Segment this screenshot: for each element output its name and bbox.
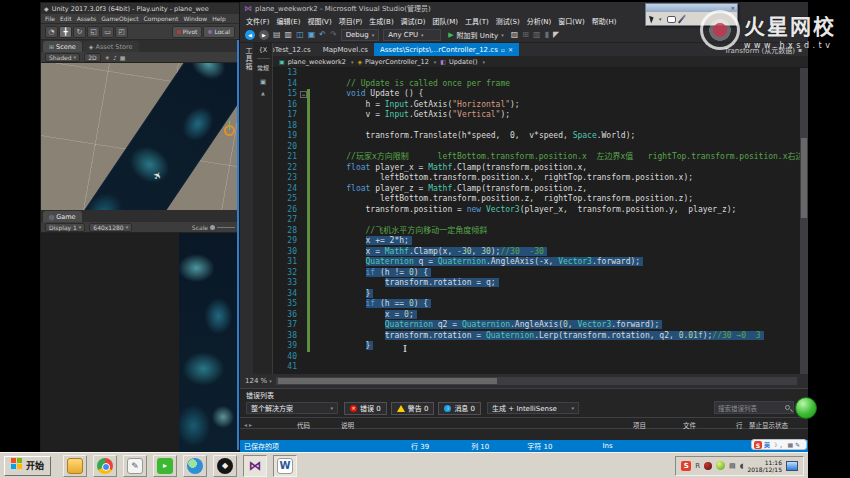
- rotate-tool-icon[interactable]: ↻: [73, 26, 86, 38]
- annotation-toolbar-titlebar[interactable]: ✕: [646, 4, 737, 12]
- local-button[interactable]: Local: [203, 26, 235, 38]
- pivot-button[interactable]: Pivot: [172, 26, 203, 38]
- tab-pin-icon[interactable]: ▪: [798, 46, 802, 53]
- 2d-toggle-button[interactable]: 2D: [84, 53, 100, 62]
- document-tab[interactable]: MapMovel.cs: [317, 43, 374, 56]
- save-icon[interactable]: ◫: [296, 30, 304, 39]
- breadcrumb-segment[interactable]: ◧Update()▾: [440, 58, 485, 66]
- scale-slider[interactable]: Scale: [192, 224, 235, 231]
- bookmark-icon[interactable]: ◤: [553, 30, 559, 39]
- unity-menu-item[interactable]: GameObject: [101, 15, 138, 22]
- code-line[interactable]: 16 h = Input.GetAxis("Horizontal");: [273, 100, 800, 111]
- resolution-dropdown[interactable]: 640x1280▾: [89, 223, 132, 232]
- taskbar-chrome-icon[interactable]: [93, 455, 117, 477]
- code-line[interactable]: 13: [273, 68, 800, 79]
- toolbox-panel-header[interactable]: {X: [259, 46, 268, 54]
- vs-menu-item[interactable]: 项目(P): [339, 16, 363, 26]
- code-line[interactable]: 15− void Update () {: [273, 89, 800, 100]
- code-line[interactable]: 39 }: [273, 341, 800, 352]
- code-line[interactable]: 34 }: [273, 289, 800, 300]
- chevron-down-icon[interactable]: ▾: [659, 16, 662, 22]
- nebula-map-object[interactable]: ✈: [72, 63, 239, 210]
- audio-toggle-icon[interactable]: ♪: [113, 54, 117, 61]
- error-scope-dropdown[interactable]: 整个解决方案▾: [246, 402, 338, 414]
- code-line[interactable]: 28 //飞机水平方向移动一定角度倾斜: [273, 226, 800, 237]
- toolbox-section-label[interactable]: 常规: [257, 63, 269, 72]
- breadcrumb-segment[interactable]: ▣plane_weekwork2▾: [279, 58, 353, 66]
- taskbar-word-icon[interactable]: W: [273, 455, 297, 477]
- toolbox-collapse-icon[interactable]: ▲: [261, 90, 265, 96]
- cursor-column-icon[interactable]: ▮: [545, 30, 549, 39]
- shaded-dropdown[interactable]: Shaded▾: [45, 53, 80, 62]
- error-search-box[interactable]: 搜索错误列表: [714, 401, 794, 414]
- vs-menu-item[interactable]: 文件(F): [246, 16, 270, 26]
- save-all-icon[interactable]: ▣: [308, 30, 316, 39]
- taskbar-globe-icon[interactable]: [183, 455, 207, 477]
- taskbar-paint-icon[interactable]: ✎: [123, 455, 147, 477]
- close-icon[interactable]: ✕: [731, 5, 735, 11]
- code-line[interactable]: 17 v = Input.GetAxis("Vertical");: [273, 110, 800, 121]
- unity-menu-item[interactable]: Help: [212, 15, 226, 22]
- taskbar-recorder-icon[interactable]: ▸: [153, 455, 177, 477]
- taskbar-unity-icon[interactable]: ◆: [213, 455, 237, 477]
- vs-menu-item[interactable]: 测试(S): [496, 16, 520, 26]
- code-line[interactable]: 26 transform.position = new Vector3(play…: [273, 205, 800, 216]
- fold-collapse-icon[interactable]: −: [300, 91, 307, 98]
- platform-dropdown[interactable]: Any CPU▾: [383, 29, 441, 41]
- taskbar-explorer-icon[interactable]: [63, 455, 87, 477]
- ime-tools-icon[interactable]: ✎: [795, 440, 800, 449]
- code-line[interactable]: 19 transform.Translate(h*speed, 0, v*spe…: [273, 131, 800, 142]
- undo-icon[interactable]: ↶: [319, 30, 326, 39]
- document-tab[interactable]: Transform (从元数据)▪: [718, 43, 808, 56]
- code-line[interactable]: 36 x = 0;: [273, 310, 800, 321]
- code-line[interactable]: 31 Quaternion q = Quaternion.AngleAxis(-…: [273, 257, 800, 268]
- transform-tool-icon[interactable]: ◰: [115, 26, 128, 38]
- ime-english-icon[interactable]: 英: [764, 440, 770, 449]
- navigate-forward-icon[interactable]: ▶: [259, 30, 269, 40]
- vs-menu-item[interactable]: 窗口(W): [558, 16, 584, 26]
- column-header[interactable]: 禁止显示状态: [749, 420, 788, 430]
- dock-arrows-icon[interactable]: ◂ ▸: [244, 421, 252, 428]
- sogou-logo-icon[interactable]: S: [754, 441, 762, 449]
- column-header[interactable]: 行: [736, 420, 743, 430]
- tray-record-icon[interactable]: [704, 462, 712, 470]
- code-line[interactable]: 40: [273, 352, 800, 363]
- tray-display-icon[interactable]: ▤: [729, 462, 736, 470]
- code-line[interactable]: 35 if (h == 0) {: [273, 299, 800, 310]
- tray-volume-icon[interactable]: ◖: [740, 462, 744, 470]
- scrollbar-thumb[interactable]: [801, 138, 807, 218]
- ime-fullhalf-icon[interactable]: ☽: [772, 440, 777, 449]
- breadcrumb-segment[interactable]: ◈PlayerController_12▾: [357, 58, 436, 66]
- window-layout-icon[interactable]: ⊞: [522, 30, 529, 39]
- scale-tool-icon[interactable]: ◱: [87, 26, 100, 38]
- lighting-toggle-icon[interactable]: ☀: [105, 54, 110, 61]
- debug-config-dropdown[interactable]: Debug▾: [341, 29, 380, 41]
- editor-scrollbar[interactable]: [800, 68, 808, 374]
- code-line[interactable]: 21 //玩家x方向限制 leftBottom.transform.positi…: [273, 152, 800, 163]
- code-line[interactable]: 27: [273, 215, 800, 226]
- vs-menu-item[interactable]: 生成(B): [369, 16, 393, 26]
- code-editor[interactable]: 1314 // Update is called once per frame1…: [273, 68, 800, 374]
- code-line[interactable]: 14 // Update is called once per frame: [273, 79, 800, 90]
- ime-punct-icon[interactable]: ，: [779, 440, 785, 449]
- live-share-icon[interactable]: ▨: [511, 30, 519, 39]
- unity-menu-item[interactable]: Assets: [77, 15, 97, 22]
- vs-menu-item[interactable]: 帮助(H): [592, 16, 617, 26]
- code-line[interactable]: 22 float player_x = Mathf.Clamp(transfor…: [273, 163, 800, 174]
- code-line[interactable]: 30 x = Mathf.Clamp(x, -30, 30);//30 -30: [273, 247, 800, 258]
- code-line[interactable]: 23 leftBottom.transform.position.x, righ…: [273, 173, 800, 184]
- tray-antivirus-icon[interactable]: [716, 461, 725, 470]
- ime-toolbar[interactable]: S英☽，▦✎: [751, 439, 807, 450]
- network-monitor-icon[interactable]: [786, 461, 798, 471]
- tab-scene[interactable]: ⊞Scene: [43, 41, 82, 52]
- unity-menu-item[interactable]: File: [45, 15, 55, 22]
- transform-gizmo-icon[interactable]: [224, 125, 235, 136]
- annotation-toolbar[interactable]: ✕ ▾: [645, 3, 738, 26]
- rect-tool-icon[interactable]: ▭: [101, 26, 114, 38]
- scene-viewport[interactable]: ✈: [41, 63, 239, 210]
- messages-filter-button[interactable]: i消息 0: [438, 402, 481, 415]
- code-line[interactable]: 20: [273, 142, 800, 153]
- ime-keyboard-icon[interactable]: ▦: [787, 440, 793, 449]
- player-plane-sprite[interactable]: ✈: [151, 169, 165, 182]
- vs-menu-item[interactable]: 分析(N): [527, 16, 552, 26]
